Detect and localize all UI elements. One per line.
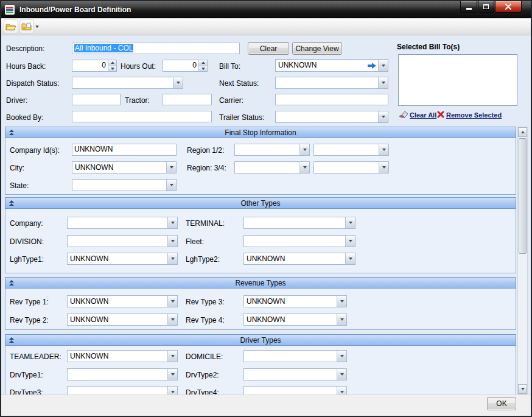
fleet-value [244, 236, 345, 247]
dropdown-button[interactable] [167, 351, 177, 362]
close-button[interactable] [495, 1, 522, 13]
dropdown-button[interactable] [167, 314, 177, 325]
region-1-select[interactable] [234, 144, 310, 156]
terminal-label: TERMINAL: [186, 219, 225, 228]
dropdown-button[interactable] [337, 351, 346, 362]
region-4-select[interactable] [313, 161, 389, 173]
dropdown-button[interactable] [167, 369, 177, 380]
section-header-revenue-types[interactable]: Revenue Types [5, 277, 516, 289]
dispatch-status-select[interactable] [72, 77, 183, 89]
hours-out-stepper[interactable]: 0 [163, 60, 208, 72]
lghtype2-value: UNKNOWN [244, 253, 345, 264]
remove-selected-link[interactable]: Remove Selected [446, 111, 502, 119]
division-select[interactable] [67, 235, 178, 247]
chevron-down-icon [349, 240, 352, 242]
dropdown-button[interactable] [337, 369, 346, 380]
blue-arrow-icon [368, 63, 376, 69]
dropdown-button[interactable] [173, 77, 183, 88]
bill-to-lookup-button[interactable] [366, 60, 378, 71]
dropdown-button[interactable] [166, 162, 176, 173]
region-12-label: Region 1/2: [187, 146, 224, 155]
revtype1-select[interactable]: UNKNOWN [67, 295, 178, 307]
region-2-select[interactable] [313, 144, 389, 156]
bill-to-select[interactable]: UNKNOWN [275, 59, 388, 72]
dropdown-button[interactable] [378, 60, 388, 71]
dropdown-button[interactable] [337, 296, 346, 307]
chevron-down-icon [382, 65, 385, 67]
increment-button[interactable] [199, 60, 207, 66]
maximize-button[interactable] [478, 1, 494, 13]
minimize-button[interactable] [460, 1, 477, 13]
change-view-button[interactable]: Change View [292, 42, 342, 55]
dropdown-button[interactable] [299, 162, 309, 173]
dropdown-button[interactable] [379, 144, 388, 155]
city-select[interactable]: UNKNOWN [72, 161, 177, 173]
dropdown-button[interactable] [378, 77, 388, 88]
next-status-select[interactable] [275, 77, 388, 89]
chevron-down-icon [340, 373, 344, 376]
driver-input[interactable] [72, 94, 121, 105]
company-select[interactable] [67, 217, 178, 229]
dropdown-button[interactable] [167, 296, 177, 307]
scroll-down-button[interactable] [518, 384, 527, 394]
description-input[interactable]: All Inbound - COL [72, 43, 240, 54]
dropdown-button[interactable] [379, 162, 388, 173]
dropdown-button[interactable] [345, 253, 355, 264]
region-3-select[interactable] [234, 161, 310, 173]
dropdown-button[interactable] [166, 180, 176, 191]
drvtype2-select[interactable] [243, 368, 347, 380]
decrement-button[interactable] [199, 66, 207, 72]
collapse-icon[interactable] [9, 280, 14, 286]
trailer-status-select[interactable] [275, 111, 388, 123]
collapse-icon[interactable] [9, 337, 14, 343]
state-select[interactable] [72, 179, 177, 191]
collapse-icon[interactable] [9, 200, 14, 206]
revtype4-select[interactable]: UNKNOWN [243, 314, 347, 326]
new-board-button[interactable] [19, 19, 34, 33]
clear-all-link[interactable]: Clear All [410, 111, 436, 119]
section-header-final-stop[interactable]: Final Stop Information [5, 127, 516, 138]
dropdown-button[interactable] [378, 111, 388, 122]
lghtype1-select[interactable]: UNKNOWN [67, 253, 178, 265]
carrier-input[interactable] [275, 94, 388, 105]
vertical-scrollbar[interactable] [517, 127, 528, 394]
revtype2-label: Rev Type 2: [10, 316, 49, 324]
toolbar-overflow-icon[interactable] [35, 26, 39, 28]
company-ids-input[interactable]: UNKNOWN [72, 144, 177, 156]
scrollbar-thumb[interactable] [519, 138, 527, 254]
selected-bill-to-list[interactable] [398, 54, 517, 106]
scroll-up-button[interactable] [518, 127, 527, 137]
increment-button[interactable] [108, 60, 116, 66]
lghtype2-select[interactable]: UNKNOWN [243, 253, 355, 265]
city-value: UNKNOWN [72, 162, 166, 173]
dropdown-button[interactable] [345, 236, 355, 247]
revtype3-select[interactable]: UNKNOWN [243, 295, 347, 307]
dropdown-button[interactable] [167, 253, 177, 264]
terminal-select[interactable] [243, 217, 355, 229]
revtype2-select[interactable]: UNKNOWN [67, 314, 178, 326]
tractor-input[interactable] [162, 94, 212, 105]
section-header-other-types[interactable]: Other Types [5, 197, 516, 209]
dropdown-button[interactable] [345, 217, 355, 228]
chevron-up-icon [201, 61, 205, 64]
bill-to-label: Bill To: [219, 62, 240, 71]
clear-button[interactable]: Clear [248, 42, 289, 55]
ok-button[interactable]: OK [487, 397, 516, 410]
collapse-icon[interactable] [9, 130, 14, 135]
domicile-select[interactable] [243, 350, 347, 362]
hours-back-stepper[interactable]: 0 [72, 60, 117, 72]
fleet-select[interactable] [243, 235, 355, 247]
company-label: Company: [10, 219, 43, 228]
open-board-button[interactable] [4, 19, 18, 33]
section-header-driver-types[interactable]: Driver Types [5, 334, 516, 346]
drvtype1-select[interactable] [67, 368, 178, 380]
dropdown-button[interactable] [167, 236, 177, 247]
dropdown-button[interactable] [337, 314, 346, 325]
dropdown-button[interactable] [299, 144, 309, 155]
dropdown-button[interactable] [167, 217, 177, 228]
booked-by-input[interactable] [72, 111, 212, 122]
title-bar[interactable]: Inbound/Power Board Definition [1, 1, 531, 18]
revtype3-label: Rev Type 3: [186, 298, 225, 306]
teamleader-select[interactable]: UNKNOWN [67, 350, 178, 362]
decrement-button[interactable] [108, 66, 116, 72]
